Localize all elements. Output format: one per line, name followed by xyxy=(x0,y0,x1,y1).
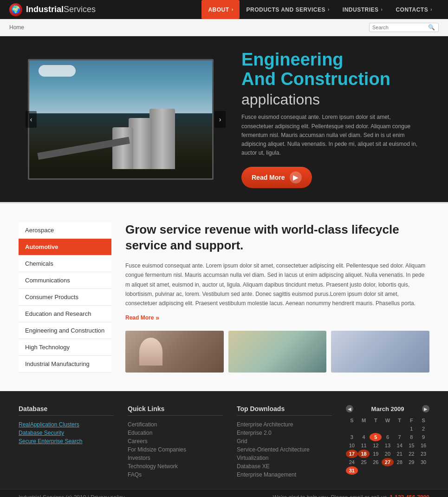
photo-thumb-3 xyxy=(331,331,429,373)
footer-link-ent2[interactable]: Enterprise 2.0 xyxy=(237,430,332,436)
cal-header-m: M xyxy=(358,416,370,425)
search-input[interactable] xyxy=(372,25,428,30)
footer-link-enterprise-search[interactable]: Secure Enterprise Search xyxy=(19,438,114,445)
cal-day-22[interactable]: 22 xyxy=(406,450,418,458)
footer-link-education[interactable]: Education xyxy=(128,430,223,436)
cal-day-12[interactable]: 12 xyxy=(370,441,382,450)
cal-day-26[interactable]: 26 xyxy=(370,458,382,466)
footer-link-faqs[interactable]: FAQs xyxy=(128,471,223,478)
cal-day-14[interactable]: 14 xyxy=(394,441,406,450)
footer-link-ent-mgmt[interactable]: Enterprise Management xyxy=(237,471,332,478)
footer-link-ent-arch[interactable]: Enterprise Architecture xyxy=(237,421,332,428)
hero-silo1 xyxy=(149,109,175,169)
cal-day-2[interactable]: 2 xyxy=(417,425,429,433)
nav-contacts[interactable]: CONTACTS › xyxy=(389,0,439,19)
cal-day-20[interactable]: 20 xyxy=(382,450,394,458)
nav-about[interactable]: ABOUT › xyxy=(201,0,240,19)
footer-link-db-security[interactable]: Database Security xyxy=(19,430,114,436)
cal-day-29[interactable]: 29 xyxy=(406,458,418,466)
hero-section: ‹ › Engineering And Construction applica… xyxy=(0,36,448,202)
footer-link-grid[interactable]: Grid xyxy=(237,438,332,445)
footer-link-careers[interactable]: Careers xyxy=(128,438,223,445)
logo-globe-icon: 🌍 xyxy=(9,3,22,16)
nav-industries[interactable]: INDUSTRIES › xyxy=(336,0,390,19)
cal-day-11[interactable]: 11 xyxy=(358,441,370,450)
cal-day-empty xyxy=(358,466,370,475)
cal-day-4[interactable]: 4 xyxy=(358,433,370,441)
sidebar-item-communications[interactable]: Communications xyxy=(19,272,111,289)
footer-database-title: Database xyxy=(19,405,114,416)
sidebar-item-aerospace[interactable]: Aerospace xyxy=(19,222,111,239)
sidebar-item-automotive[interactable]: Automotive xyxy=(19,239,111,255)
footer-link-midsize[interactable]: For Midsize Companies xyxy=(128,446,223,453)
header: 🌍 Industrial Services ABOUT › PRODUCTS A… xyxy=(0,0,448,19)
main-heading: Grow service revenue with world-class li… xyxy=(125,222,429,254)
cal-header-s2: S xyxy=(417,416,429,425)
photo-thumb-1 xyxy=(125,331,224,373)
cal-header-t1: T xyxy=(370,416,382,425)
footer-downloads-title: Top Downloads xyxy=(237,405,332,416)
hero-prev-button[interactable]: ‹ xyxy=(26,111,37,128)
middle-section: Aerospace Automotive Chemicals Communica… xyxy=(0,202,448,391)
cal-day-empty xyxy=(406,466,418,475)
sidebar: Aerospace Automotive Chemicals Communica… xyxy=(19,222,111,373)
photo-row xyxy=(125,331,429,373)
sidebar-item-education[interactable]: Education and Research xyxy=(19,306,111,322)
cal-day-23[interactable]: 23 xyxy=(417,450,429,458)
cal-day-10[interactable]: 10 xyxy=(346,441,358,450)
cal-day-13[interactable]: 13 xyxy=(382,441,394,450)
sidebar-item-consumer-products[interactable]: Consumer Products xyxy=(19,289,111,306)
cal-day-28[interactable]: 28 xyxy=(394,458,406,466)
cal-day-empty xyxy=(370,466,382,475)
cal-day-25[interactable]: 25 xyxy=(358,458,370,466)
cal-day-19[interactable]: 19 xyxy=(370,450,382,458)
footer-link-certification[interactable]: Certification xyxy=(128,421,223,428)
cal-day-30[interactable]: 30 xyxy=(417,458,429,466)
cal-day-5[interactable]: 5 xyxy=(370,433,382,441)
calendar-title: March 2009 xyxy=(371,405,404,412)
footer-link-real-app[interactable]: RealApplication Clusters xyxy=(19,421,114,428)
main-nav: ABOUT › PRODUCTS AND SERVICES › INDUSTRI… xyxy=(201,0,439,19)
nav-products-chevron: › xyxy=(328,7,330,12)
cal-day-17[interactable]: 17 xyxy=(346,450,358,458)
breadcrumb-home[interactable]: Home xyxy=(9,24,24,31)
cal-day-18[interactable]: 18 xyxy=(358,450,370,458)
cal-day-16[interactable]: 16 xyxy=(417,441,429,450)
main-body-text: Fusce euismod consequat ante. Lorem ipsu… xyxy=(125,261,429,308)
cal-day-1[interactable]: 1 xyxy=(406,425,418,433)
hero-clouds xyxy=(39,65,76,77)
calendar-prev-button[interactable]: ◀ xyxy=(346,405,353,412)
footer-link-investors[interactable]: Investors xyxy=(128,455,223,461)
cal-day-6[interactable]: 6 xyxy=(382,433,394,441)
cal-day-21[interactable]: 21 xyxy=(394,450,406,458)
footer-link-soa[interactable]: Service-Oriented Architecture xyxy=(237,446,332,453)
sidebar-item-engineering[interactable]: Engineering and Construction xyxy=(19,322,111,339)
cal-day-empty xyxy=(382,466,394,475)
footer-link-tech-network[interactable]: Technology Network xyxy=(128,463,223,470)
footer-database-col: Database RealApplication Clusters Databa… xyxy=(19,405,114,480)
sidebar-item-chemicals[interactable]: Chemicals xyxy=(19,255,111,272)
cal-day-8[interactable]: 8 xyxy=(406,433,418,441)
calendar-next-button[interactable]: ▶ xyxy=(422,405,429,412)
cal-day-31[interactable]: 31 xyxy=(346,466,358,475)
sidebar-item-industrial[interactable]: Industrial Manufacturing xyxy=(19,356,111,373)
footer-link-db-xe[interactable]: Database XE xyxy=(237,463,332,470)
sidebar-item-high-tech[interactable]: High Technology xyxy=(19,339,111,356)
hero-read-more-button[interactable]: Read More ▶ xyxy=(241,167,312,188)
footer-quick-links-title: Quick Links xyxy=(128,405,223,416)
cal-day-24[interactable]: 24 xyxy=(346,458,358,466)
cal-day-27[interactable]: 27 xyxy=(382,458,394,466)
cal-header-f: F xyxy=(406,416,418,425)
nav-products[interactable]: PRODUCTS AND SERVICES › xyxy=(240,0,336,19)
cal-day-3[interactable]: 3 xyxy=(346,433,358,441)
search-icon[interactable]: 🔍 xyxy=(428,24,435,31)
read-more-link-arrow-icon: » xyxy=(156,314,159,321)
cal-day-empty xyxy=(370,425,382,433)
cal-day-7[interactable]: 7 xyxy=(394,433,406,441)
main-read-more-link[interactable]: Read More » xyxy=(125,314,159,321)
cal-day-9[interactable]: 9 xyxy=(417,433,429,441)
footer-link-virtualization[interactable]: Virtualization xyxy=(237,455,332,461)
cal-day-15[interactable]: 15 xyxy=(406,441,418,450)
footer-quick-links-col: Quick Links Certification Education Care… xyxy=(128,405,223,480)
hero-next-button[interactable]: › xyxy=(214,111,226,128)
